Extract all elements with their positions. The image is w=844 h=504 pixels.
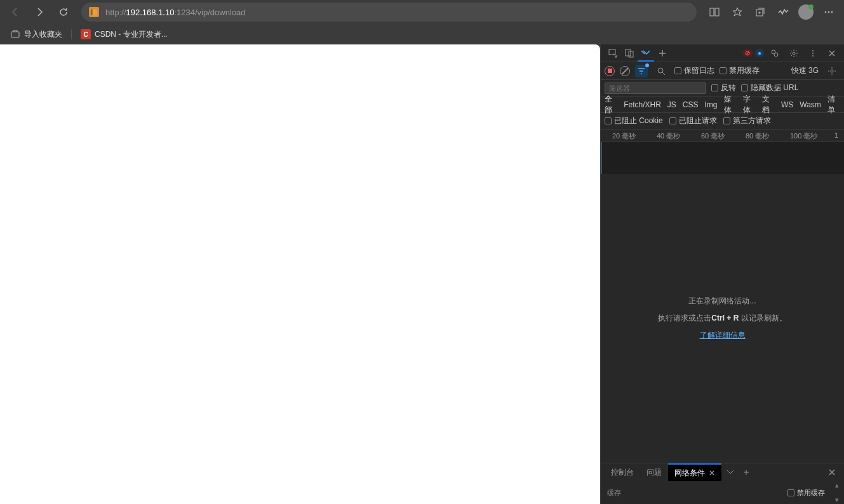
hide-data-urls-checkbox[interactable]: 隐藏数据 URL: [741, 83, 798, 93]
recording-text: 正在录制网络活动...: [688, 296, 756, 307]
third-party-checkbox[interactable]: 第三方请求: [723, 116, 771, 126]
blocked-requests-checkbox[interactable]: 已阻止请求: [669, 116, 717, 126]
drawer-content: 缓存 禁用缓存 ▴▾: [601, 481, 844, 504]
type-fetch[interactable]: Fetch/XHR: [624, 100, 661, 109]
type-manifest[interactable]: 清单: [827, 94, 840, 116]
drawer-tab-console[interactable]: 控制台: [605, 464, 640, 481]
drawer-tabs: 控制台 问题 网络条件: [601, 463, 844, 481]
svg-point-16: [658, 68, 663, 73]
svg-point-17: [831, 70, 833, 72]
performance-icon[interactable]: [773, 2, 793, 22]
timeline[interactable]: 20 毫秒 40 毫秒 60 毫秒 80 毫秒 100 毫秒 1: [601, 129, 844, 174]
network-settings-icon[interactable]: [824, 63, 840, 79]
favorites-icon[interactable]: [727, 2, 747, 22]
more-menu-icon[interactable]: [819, 2, 839, 22]
record-button[interactable]: [605, 66, 615, 76]
type-ws[interactable]: WS: [781, 100, 793, 109]
svg-rect-8: [626, 50, 631, 56]
svg-point-4: [828, 11, 830, 13]
svg-point-12: [793, 52, 795, 55]
drawer-add-tab-icon[interactable]: [738, 464, 754, 481]
url-text: http://192.168.1.10:1234/vip/download: [105, 8, 245, 17]
drawer-tab-problems[interactable]: 问题: [640, 464, 668, 481]
type-img[interactable]: Img: [705, 100, 718, 109]
nav-back-button[interactable]: [5, 2, 25, 22]
tick-80: 80 毫秒: [746, 131, 769, 141]
devtools-panel: ⊘ ●: [600, 44, 844, 504]
tick-60: 60 毫秒: [701, 131, 725, 141]
tick-end: 1: [834, 131, 838, 139]
bookmarks-bar: 导入收藏夹 C CSDN - 专业开发者...: [0, 24, 844, 44]
type-media[interactable]: 媒体: [724, 94, 737, 116]
blocked-filter-row: 已阻止 Cookie 已阻止请求 第三方请求: [601, 113, 844, 129]
page-content: [0, 44, 600, 504]
drawer-close-icon[interactable]: [824, 464, 840, 481]
svg-point-11: [774, 53, 778, 56]
type-css[interactable]: CSS: [683, 100, 699, 109]
scroll-indicator[interactable]: ▴▾: [835, 481, 843, 504]
invert-checkbox[interactable]: 反转: [711, 83, 736, 93]
devtools-tabs: ⊘ ●: [601, 44, 844, 62]
inspect-element-icon[interactable]: [605, 45, 621, 62]
bookmark-divider: [71, 29, 72, 39]
preserve-log-checkbox[interactable]: 保留日志: [674, 65, 714, 76]
nav-refresh-button[interactable]: [53, 2, 74, 22]
svg-rect-6: [11, 32, 19, 37]
error-badge[interactable]: ⊘: [742, 49, 753, 57]
collections-icon[interactable]: [750, 2, 770, 22]
reading-list-icon[interactable]: [704, 2, 725, 22]
tick-40: 40 毫秒: [657, 131, 680, 141]
svg-point-15: [812, 55, 814, 56]
tick-100: 100 毫秒: [790, 131, 817, 141]
add-tab-icon[interactable]: [654, 45, 671, 62]
search-icon[interactable]: [653, 63, 669, 79]
network-toolbar: 保留日志 禁用缓存 快速 3G: [601, 62, 844, 80]
disable-cache-checkbox[interactable]: 禁用缓存: [720, 65, 760, 76]
empty-state: 正在录制网络活动... 执行请求或点击Ctrl + R 以记录刷新。 了解详细信…: [601, 174, 844, 463]
site-icon: 📙: [89, 7, 99, 17]
drawer: 控制台 问题 网络条件 缓存: [601, 463, 844, 504]
profile-avatar[interactable]: [796, 2, 816, 22]
devtools-settings-icon[interactable]: [786, 45, 802, 62]
type-filter-row: 全部 Fetch/XHR JS CSS Img 媒体 字体 文档 WS Wasm…: [601, 96, 844, 113]
browser-toolbar: 📙 http://192.168.1.10:1234/vip/download: [0, 0, 844, 24]
type-all[interactable]: 全部: [605, 94, 617, 116]
devtools-link-icon[interactable]: [767, 45, 783, 62]
svg-point-3: [825, 11, 827, 13]
nav-forward-button[interactable]: [29, 2, 50, 22]
throttle-select[interactable]: 快速 3G: [791, 65, 819, 76]
filter-input[interactable]: [605, 83, 706, 94]
drawer-tab-network-conditions[interactable]: 网络条件: [668, 463, 721, 482]
type-js[interactable]: JS: [667, 100, 676, 109]
learn-more-link[interactable]: 了解详细信息: [700, 330, 746, 341]
import-bookmarks-button[interactable]: 导入收藏夹: [6, 27, 66, 43]
device-toggle-icon[interactable]: [621, 45, 638, 62]
type-font[interactable]: 字体: [743, 94, 756, 116]
clear-button[interactable]: [620, 66, 630, 76]
svg-rect-0: [710, 8, 714, 16]
blocked-cookies-checkbox[interactable]: 已阻止 Cookie: [605, 116, 663, 126]
svg-rect-1: [715, 8, 719, 16]
svg-point-13: [812, 50, 814, 51]
info-badge[interactable]: ●: [755, 49, 764, 57]
more-tabs-chevron-icon[interactable]: [638, 45, 654, 62]
filter-bar: 反转 隐藏数据 URL: [601, 80, 844, 96]
type-wasm[interactable]: Wasm: [800, 100, 821, 109]
svg-point-14: [812, 53, 814, 54]
type-doc[interactable]: 文档: [762, 94, 775, 116]
svg-rect-7: [609, 50, 615, 55]
svg-point-5: [831, 11, 833, 13]
close-tab-icon[interactable]: [709, 470, 715, 476]
drawer-more-tabs-icon[interactable]: [721, 464, 738, 481]
csdn-icon: C: [81, 29, 91, 39]
drawer-disable-cache-checkbox[interactable]: 禁用缓存: [787, 488, 825, 498]
devtools-menu-icon[interactable]: [805, 45, 821, 62]
url-bar[interactable]: 📙 http://192.168.1.10:1234/vip/download: [81, 3, 697, 22]
cache-label: 缓存: [607, 488, 621, 498]
tick-20: 20 毫秒: [612, 131, 636, 141]
bookmark-csdn[interactable]: C CSDN - 专业开发者...: [77, 27, 171, 43]
instruction-text: 执行请求或点击Ctrl + R 以记录刷新。: [658, 313, 786, 324]
devtools-close-icon[interactable]: [824, 45, 840, 62]
filter-toggle-icon[interactable]: [635, 65, 648, 77]
